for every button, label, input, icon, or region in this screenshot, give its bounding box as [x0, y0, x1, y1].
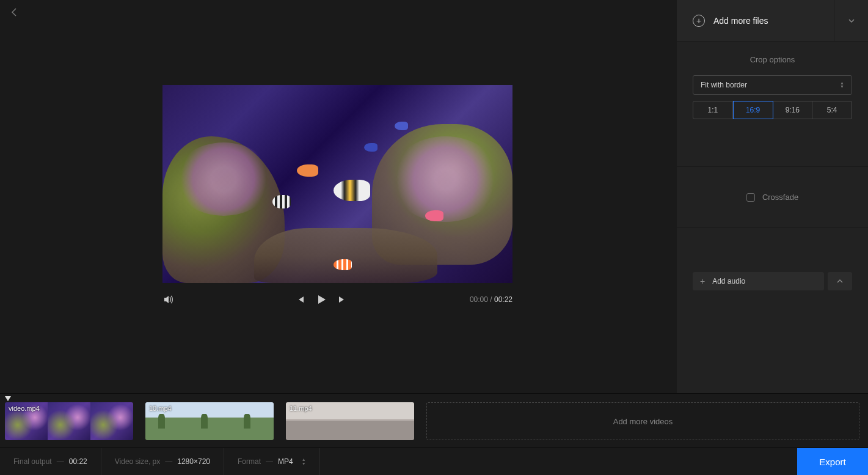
format-select[interactable]: Format — MP4 ▲▼ — [224, 448, 320, 475]
add-files-label: Add more files — [713, 16, 768, 26]
clip-label: 11.mp4 — [290, 405, 312, 412]
aspect-ratio-group: 1:1 16:9 9:16 5:4 — [693, 101, 852, 119]
timeline-clip[interactable]: 10.mp4 — [145, 402, 274, 440]
add-audio-collapse[interactable] — [828, 272, 852, 290]
ratio-1-1[interactable]: 1:1 — [693, 101, 733, 119]
timeline[interactable]: video.mp4 10.mp4 11.mp4 Add more videos — [0, 393, 868, 448]
crossfade-checkbox[interactable] — [746, 193, 755, 202]
play-button[interactable] — [316, 294, 327, 305]
select-icon: ▲▼ — [840, 81, 844, 89]
add-more-videos-label: Add more videos — [613, 417, 673, 426]
ratio-16-9[interactable]: 16:9 — [733, 101, 773, 119]
clip-label: video.mp4 — [9, 405, 40, 412]
ratio-9-16[interactable]: 9:16 — [773, 101, 813, 119]
crop-options-title: Crop options — [693, 55, 852, 64]
preview-area: 00:00 / 00:22 — [0, 0, 677, 393]
timeline-clip[interactable]: 11.mp4 — [286, 402, 414, 440]
volume-icon[interactable] — [162, 294, 173, 305]
export-button[interactable]: Export — [797, 448, 868, 475]
add-audio-label: Add audio — [712, 277, 745, 285]
clip-label: 10.mp4 — [149, 405, 172, 412]
prev-button[interactable] — [296, 295, 305, 304]
current-time: 00:00 — [470, 295, 488, 304]
crop-mode-value: Fit with border — [701, 81, 747, 89]
add-more-files-button[interactable]: + Add more files — [677, 0, 834, 41]
back-button[interactable] — [11, 7, 17, 17]
playhead[interactable] — [5, 396, 11, 401]
export-label: Export — [819, 457, 845, 467]
crop-mode-select[interactable]: Fit with border ▲▼ — [693, 75, 852, 95]
video-size-cell: Video size, px — 1280×720 — [101, 448, 224, 475]
sidebar: + Add more files Crop options Fit with b… — [677, 0, 868, 393]
stepper-icon: ▲▼ — [302, 457, 306, 466]
add-audio-button[interactable]: + Add audio — [693, 272, 824, 290]
plus-icon: + — [700, 276, 705, 286]
final-output-cell: Final output — 00:22 — [0, 448, 101, 475]
time-display: 00:00 / 00:22 — [470, 295, 512, 304]
add-files-dropdown[interactable] — [834, 0, 868, 41]
total-time: 00:22 — [494, 295, 512, 304]
plus-icon: + — [693, 15, 705, 27]
ratio-5-4[interactable]: 5:4 — [812, 101, 852, 119]
add-more-videos-button[interactable]: Add more videos — [426, 402, 859, 440]
next-button[interactable] — [338, 295, 346, 304]
crossfade-label: Crossfade — [762, 193, 798, 202]
footer: Final output — 00:22 Video size, px — 12… — [0, 448, 868, 475]
video-preview[interactable] — [162, 85, 512, 283]
timeline-clip[interactable]: video.mp4 — [5, 402, 133, 440]
